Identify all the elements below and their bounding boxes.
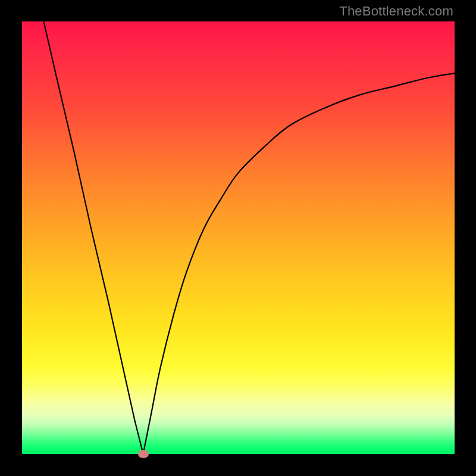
- curve-right-branch: [143, 73, 455, 454]
- curve-left-branch: [43, 21, 143, 454]
- curve-layer: [22, 21, 455, 454]
- chart-frame: TheBottleneck.com: [0, 0, 476, 476]
- watermark-text: TheBottleneck.com: [339, 4, 453, 19]
- minimum-marker: [138, 450, 149, 458]
- plot-area: [22, 21, 455, 454]
